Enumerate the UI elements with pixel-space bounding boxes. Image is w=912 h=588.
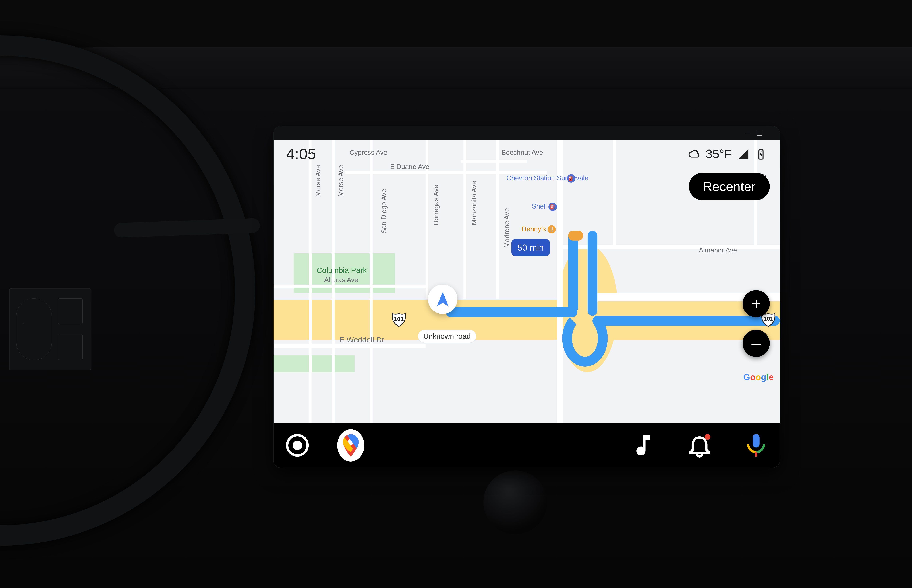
- rotary-knob: [483, 470, 547, 534]
- poi-label: Shell: [532, 202, 547, 210]
- window-close-button[interactable]: [768, 130, 774, 136]
- street-label: Almanor Ave: [699, 246, 737, 254]
- poi-gas-station[interactable]: Shell⛽: [532, 202, 557, 211]
- road: [461, 160, 527, 163]
- shield-number: 101: [390, 310, 408, 328]
- wheel-button-1: [58, 298, 83, 325]
- poi-gas-station[interactable]: Chevron Station Sunnyvale⛽: [507, 174, 567, 183]
- zoom-in-button[interactable]: +: [742, 290, 769, 317]
- map-canvas[interactable]: Columbia Park: [274, 140, 780, 423]
- street-label: Alturas Ave: [324, 276, 358, 284]
- system-navbar: [274, 423, 780, 467]
- route-segment: [588, 231, 598, 316]
- restaurant-icon: 🍴: [548, 225, 556, 234]
- park-area: [274, 355, 355, 372]
- road: [274, 284, 426, 288]
- gas-pump-icon: ⛽: [549, 203, 557, 211]
- route-segment-slow: [568, 231, 583, 241]
- route-segment: [446, 307, 577, 317]
- ok-label: OK: [23, 323, 24, 324]
- park-label: Columbia Park: [317, 266, 367, 275]
- road: [496, 140, 499, 299]
- traffic-eta-badge[interactable]: 50 min: [512, 239, 550, 256]
- poi-label: Chevron Station Sunnyvale: [507, 174, 565, 182]
- head-unit: 4:05 35°F Columbia Park: [274, 126, 780, 467]
- dpad-icon: OK: [16, 298, 52, 360]
- recenter-button[interactable]: Recenter: [689, 173, 770, 200]
- notifications-button[interactable]: [686, 432, 713, 459]
- vehicle-dashboard-stage: OK 4:05 35°F: [0, 0, 912, 588]
- poi-restaurant[interactable]: Denny's🍴: [522, 225, 556, 234]
- poi-label: Denny's: [522, 225, 546, 233]
- google-attribution: Google: [743, 372, 774, 382]
- road: [370, 140, 373, 423]
- head-unit-screen: 4:05 35°F Columbia Park: [274, 140, 780, 467]
- minimize-icon: [745, 133, 751, 133]
- current-road-chip: Unknown road: [418, 330, 476, 343]
- wheel-button-2: [58, 334, 83, 360]
- navigation-arrow-icon: [434, 290, 452, 308]
- launcher-icon: [284, 432, 311, 459]
- assistant-button[interactable]: [742, 432, 769, 459]
- app-launcher-button[interactable]: [284, 432, 311, 459]
- road: [274, 344, 426, 349]
- vehicle-location-puck[interactable]: [428, 284, 457, 314]
- street-label: Manzanita Ave: [470, 181, 478, 225]
- window-maximize-button[interactable]: [756, 130, 763, 136]
- svg-point-3: [293, 441, 302, 450]
- window-minimize-button[interactable]: [744, 130, 751, 136]
- music-note-icon: [630, 432, 657, 459]
- google-maps-app-button[interactable]: [337, 432, 364, 459]
- maximize-icon: [757, 131, 762, 136]
- gas-pump-icon: ⛽: [567, 174, 575, 183]
- street-label: Morse Ave: [337, 165, 345, 197]
- street-label: San Diego Ave: [380, 189, 388, 234]
- highway-shield: 101: [390, 310, 408, 328]
- road: [345, 171, 547, 174]
- google-maps-icon: [337, 429, 364, 462]
- window-titlebar: [274, 126, 780, 140]
- road: [309, 140, 312, 423]
- steering-wheel-buttons: OK: [9, 288, 91, 370]
- svg-rect-5: [753, 434, 760, 447]
- zoom-out-button[interactable]: –: [742, 330, 769, 357]
- route-segment: [593, 316, 780, 326]
- street-label: Borregas Ave: [432, 185, 440, 225]
- street-label: E Weddell Dr: [339, 336, 384, 344]
- assistant-mic-icon: [742, 432, 769, 459]
- media-button[interactable]: [630, 432, 657, 459]
- street-label: Cypress Ave: [350, 149, 387, 157]
- street-label: Madrone Ave: [503, 208, 511, 248]
- street-label: Beechnut Ave: [501, 149, 543, 157]
- close-icon: [768, 130, 774, 136]
- svg-rect-6: [755, 452, 757, 457]
- road: [613, 140, 616, 245]
- route-segment: [568, 231, 578, 313]
- street-label: Morse Ave: [314, 165, 322, 197]
- road: [463, 140, 466, 299]
- street-label: E Duane Ave: [390, 163, 429, 171]
